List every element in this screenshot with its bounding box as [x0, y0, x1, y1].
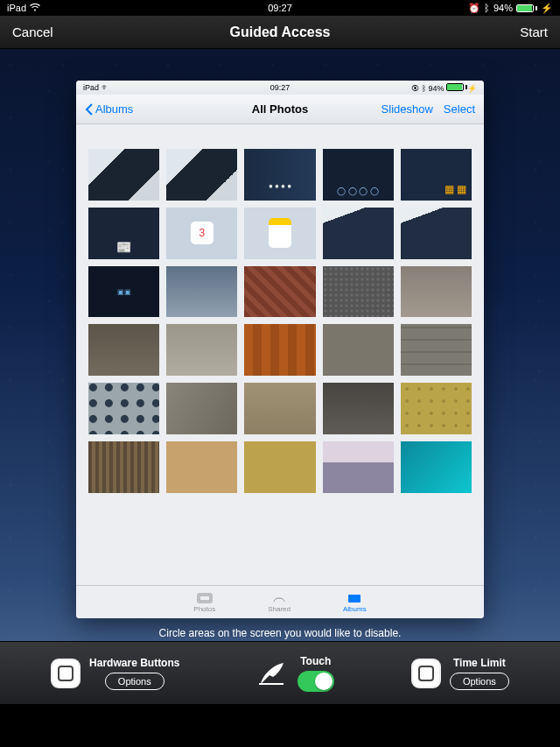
guided-access-bar: Cancel Guided Access Start: [0, 16, 560, 49]
photo-thumb[interactable]: [401, 383, 472, 434]
tab-shared[interactable]: Shared: [268, 592, 290, 613]
wifi-icon: [30, 3, 40, 13]
device-label: iPad: [7, 3, 26, 13]
photo-thumb[interactable]: [323, 324, 394, 376]
photo-thumb[interactable]: [244, 441, 315, 493]
stage-area[interactable]: iPad ᯤ 09:27 ⦿ ᛒ 94% ⚡ Albums All Photos…: [0, 49, 560, 641]
guided-access-toolbar: Hardware Buttons Options Touch Time Limi…: [0, 641, 560, 704]
photo-thumb[interactable]: [401, 441, 472, 493]
slideshow-button[interactable]: Slideshow: [382, 102, 433, 116]
photo-thumb[interactable]: [401, 208, 472, 259]
photo-thumb[interactable]: [166, 441, 237, 493]
photo-thumb[interactable]: [166, 324, 237, 376]
photo-thumb[interactable]: [323, 208, 394, 259]
photo-thumb[interactable]: [88, 149, 159, 201]
photo-thumb[interactable]: [88, 324, 159, 376]
photos-title: All Photos: [252, 102, 308, 116]
hardware-options-button[interactable]: Options: [105, 673, 164, 690]
charging-icon: ⚡: [541, 3, 553, 14]
hardware-buttons-label: Hardware Buttons: [89, 657, 179, 669]
touch-label: Touch: [300, 655, 331, 667]
battery-percent: 94%: [494, 3, 513, 13]
photo-thumb[interactable]: [166, 208, 237, 259]
photo-thumb[interactable]: [323, 266, 394, 318]
photo-thumb[interactable]: [166, 266, 237, 318]
hardware-buttons-button[interactable]: [51, 659, 80, 688]
albums-tab-icon: [346, 592, 362, 604]
photos-tab-bar: Photos Shared Albums: [76, 585, 484, 618]
tab-albums[interactable]: Albums: [343, 592, 367, 613]
photo-thumb[interactable]: [88, 266, 159, 318]
hint-text: Circle areas on the screen you would lik…: [159, 627, 402, 639]
photo-thumb[interactable]: [244, 149, 315, 201]
photo-thumb[interactable]: [323, 149, 394, 201]
photo-thumb[interactable]: [244, 383, 315, 434]
inner-status-bar: iPad ᯤ 09:27 ⦿ ᛒ 94% ⚡: [76, 81, 484, 95]
photo-thumb[interactable]: [88, 441, 159, 493]
photo-thumb[interactable]: [323, 441, 394, 493]
shared-tab-icon: [271, 592, 287, 604]
photo-thumb[interactable]: [401, 324, 472, 376]
photo-thumb[interactable]: [88, 208, 159, 259]
time-limit-label: Time Limit: [453, 657, 506, 669]
bluetooth-icon: ᛒ: [484, 3, 490, 13]
inner-device: iPad ᯤ: [83, 83, 109, 92]
photo-thumb[interactable]: [88, 383, 159, 434]
inner-time: 09:27: [270, 83, 290, 92]
touch-toggle[interactable]: [298, 671, 334, 692]
photo-thumb[interactable]: [166, 383, 237, 434]
select-button[interactable]: Select: [444, 102, 475, 116]
photo-thumb[interactable]: [323, 383, 394, 434]
cancel-button[interactable]: Cancel: [12, 25, 53, 39]
back-albums-button[interactable]: Albums: [85, 102, 133, 116]
time-limit-button[interactable]: [411, 659, 441, 688]
photo-thumb[interactable]: [244, 266, 315, 318]
outer-time: 09:27: [268, 3, 292, 13]
start-button[interactable]: Start: [520, 25, 548, 39]
inner-battery: ⦿ ᛒ 94% ⚡: [411, 83, 477, 93]
guided-access-title: Guided Access: [229, 25, 330, 40]
embedded-app: iPad ᯤ 09:27 ⦿ ᛒ 94% ⚡ Albums All Photos…: [76, 81, 484, 618]
photo-thumb[interactable]: [244, 324, 315, 376]
photos-tab-icon: [197, 592, 213, 604]
outer-status-bar: iPad 09:27 ⏰ ᛒ 94% ⚡: [0, 0, 560, 16]
alarm-icon: ⏰: [468, 3, 480, 14]
photo-thumb[interactable]: [244, 208, 315, 259]
quill-icon: [257, 661, 287, 686]
tab-photos[interactable]: Photos: [193, 592, 215, 613]
svg-rect-2: [348, 595, 360, 603]
photo-thumb[interactable]: [166, 149, 237, 201]
photo-grid: [76, 124, 484, 585]
photos-nav-bar: Albums All Photos Slideshow Select: [76, 95, 484, 124]
photo-thumb[interactable]: [401, 149, 472, 201]
svg-rect-1: [200, 595, 210, 601]
time-limit-options-button[interactable]: Options: [450, 673, 509, 690]
chevron-left-icon: [85, 103, 93, 116]
photo-thumb[interactable]: [401, 266, 472, 318]
battery-icon: [516, 4, 537, 12]
